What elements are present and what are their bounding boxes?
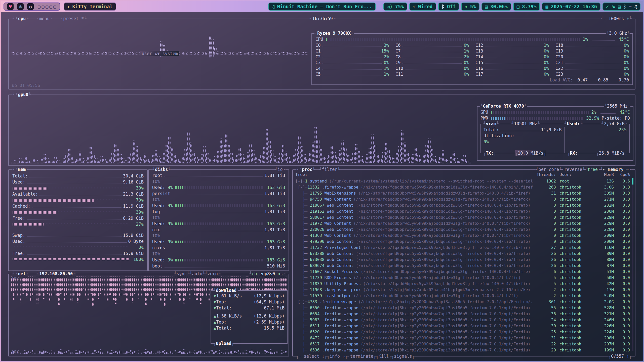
- network-options[interactable]: ┘sync└┘auto└┘zero└: [174, 271, 221, 277]
- tray-icon[interactable]: ᛒ: [623, 4, 626, 9]
- sort-column-selector[interactable]: ← memory →: [603, 167, 628, 172]
- interface-selector[interactable]: ┘←b enp8s0 n→└: [249, 271, 286, 277]
- music-player-widget[interactable]: ♫ Minuit Machine – Don't Run Fro...: [268, 3, 376, 11]
- process-row[interactable]: ├─ 6517 .ferdium-wrappe (/nix/store/a1pj…: [295, 341, 630, 347]
- status-chip-8-79-[interactable]: ◫8.79%: [513, 3, 540, 11]
- footer-action-terminate[interactable]: ┐terminate┌: [348, 354, 376, 359]
- process-row[interactable]: ├─ 11795 WebExtensions (/nix/store/fqadd…: [295, 190, 630, 196]
- status-chip-30-06-[interactable]: ▤30.06%: [481, 3, 511, 11]
- process-row[interactable]: ├─ 11839 Utility Process (/nix/store/fqa…: [295, 281, 630, 287]
- window-icon[interactable]: ▢: [42, 4, 44, 9]
- net-option-sync[interactable]: sync: [177, 271, 187, 276]
- process-row[interactable]: [-]─11532 .firefox-wrappe (/nix/store/fq…: [295, 184, 630, 190]
- footer-action---select--[interactable]: ┐↑ select ↓┌: [296, 354, 327, 359]
- graph-column: [260, 54, 263, 55]
- process-row[interactable]: ├─ 6511 .ferdium-wrappe (/nix/store/a1pj…: [295, 323, 630, 329]
- graph-column: [162, 351, 164, 354]
- update-interval-control[interactable]: ┘- 1000ms +└: [600, 16, 632, 22]
- process-row[interactable]: ├─ 5983 .ferdium-wrappe (/nix/store/a1pj…: [295, 317, 630, 323]
- window-icon[interactable]: ▢: [46, 4, 48, 9]
- graph-column: [233, 54, 235, 55]
- process-row[interactable]: ├─ 6350 .ferdium-wrappe (/nix/store/a1pj…: [295, 305, 630, 311]
- process-row[interactable]: ├─ 41363 Web Content (/nix/store/fqadd0b…: [295, 232, 630, 238]
- memory-panel-title[interactable]: ┘²mem└: [12, 166, 28, 172]
- process-row[interactable]: ├─ 11732 Privileged Cont (/nix/store/fqa…: [295, 244, 630, 250]
- disk-io-row: IO%: [152, 178, 285, 185]
- process-row[interactable]: ├─ 673038 Web Content (/nix/store/fqadd0…: [295, 256, 630, 262]
- status-chip-off[interactable]: ᛒOff: [438, 3, 459, 11]
- status-chip-wired[interactable]: ⚡Wired: [409, 3, 436, 11]
- process-row[interactable]: └─ 11539 crashhelper (/nix/store/fqadd0b…: [295, 293, 630, 299]
- tray-icon[interactable]: ✓: [606, 4, 609, 9]
- process-row[interactable]: ├─ 11968 .keepassxc-prox (/nix/store/bsl…: [295, 287, 630, 293]
- process-scrollbar[interactable]: [632, 178, 633, 351]
- net-option-zero[interactable]: zero: [208, 271, 218, 276]
- leader-dots: [322, 46, 382, 47]
- cpu-panel-title[interactable]: ┘¹cpu└: [12, 16, 28, 22]
- header-cpu[interactable]: Cpu%: [614, 172, 630, 177]
- system-tray[interactable]: ✓∿▤ᛒ⌨♫: [602, 3, 640, 11]
- disks-panel-title[interactable]: ┘disks└: [152, 166, 171, 172]
- leader-dots: [402, 46, 462, 47]
- process-row[interactable]: [-]─4783 .ferdium-wrappe (/nix/store/a1p…: [295, 299, 630, 305]
- graph-column: [225, 133, 227, 163]
- scrollbar-thumb[interactable]: [632, 178, 633, 185]
- process-row[interactable]: ├─ 11972 Web Content (/nix/store/fqadd0b…: [295, 220, 630, 226]
- status-chip-75-[interactable]: ◁)75%: [383, 3, 407, 11]
- process-panel-title[interactable]: ┘⁴proc└: [296, 166, 315, 172]
- footer-action-signals[interactable]: ┐signals┌: [391, 354, 415, 359]
- core-name: C10: [395, 66, 403, 71]
- graph-column: [79, 276, 81, 298]
- window-icon[interactable]: ▢: [38, 4, 41, 9]
- proc-option-reverse[interactable]: reverse: [564, 167, 582, 172]
- gpu-panel-title[interactable]: ┘⁵gpu0└: [12, 92, 31, 98]
- filter-button[interactable]: ┘filter└: [319, 166, 340, 172]
- header-memb[interactable]: MemB: [591, 172, 614, 177]
- footer-action-kill[interactable]: ┐Kill┌: [376, 354, 391, 359]
- graph-column: [51, 350, 53, 354]
- process-row[interactable]: ├─ 11607 Socket Process (/nix/store/fqad…: [295, 268, 630, 275]
- process-row[interactable]: ├─ 218067 Web Content (/nix/store/fqadd0…: [295, 202, 630, 208]
- heart-icon[interactable]: ♥: [7, 3, 14, 10]
- proc-option-per-core[interactable]: per-core: [538, 167, 559, 172]
- graph-column: [152, 155, 154, 163]
- process-command-cell: [-]─1 systemd (/run/current-system/syste…: [295, 179, 533, 184]
- graph-column: [170, 351, 172, 354]
- process-row[interactable]: ├─ 94753 Web Content (/nix/store/fqadd0b…: [295, 196, 630, 202]
- terminal-app-button[interactable]: ᴥ Kitty Terminal: [64, 3, 116, 11]
- process-row[interactable]: ├─ 6520 .ferdium-wrappe (/nix/store/a1pj…: [295, 329, 630, 335]
- header-threads[interactable]: Threads:: [533, 172, 556, 177]
- process-row[interactable]: ├─ 220028 Web Content (/nix/store/fqadd0…: [295, 226, 630, 232]
- tray-icon[interactable]: ⌨: [629, 4, 631, 9]
- process-row[interactable]: ├─ 580017 Web Content (/nix/store/fqadd0…: [295, 214, 630, 220]
- status-chip-2025-07-22-16-36[interactable]: ▦2025-07-22 16:36: [542, 3, 600, 11]
- process-row[interactable]: ├─ 6536 .ferdium-wrappe (/nix/store/a1pj…: [295, 347, 630, 352]
- process-row[interactable]: [-]─1 systemd (/run/current-system/syste…: [295, 178, 630, 184]
- tray-icon[interactable]: ▤: [618, 4, 621, 9]
- window-icon[interactable]: ▢: [53, 4, 56, 9]
- proc-option-tree[interactable]: tree: [587, 167, 598, 172]
- tray-icon[interactable]: ♫: [634, 4, 637, 9]
- restart-icon[interactable]: ↻: [27, 3, 34, 10]
- mem-stat-value: 30,4 GiB: [123, 173, 144, 178]
- header-user[interactable]: User:: [556, 172, 591, 177]
- process-row[interactable]: ├─ 689674 Web Content (/nix/store/fqadd0…: [295, 262, 630, 268]
- process-row[interactable]: ├─ 219152 Web Content (/nix/store/fqadd0…: [295, 208, 630, 214]
- status-chip-5-[interactable]: ❧5%: [461, 3, 479, 11]
- tray-icon[interactable]: ∿: [611, 4, 615, 9]
- process-row[interactable]: ├─ 6654 .ferdium-wrappe (/nix/store/a1pj…: [295, 311, 630, 317]
- menu-button[interactable]: ┘menu└: [36, 16, 52, 22]
- window-icon[interactable]: ▢: [49, 4, 52, 9]
- process-row[interactable]: ├─ 479390 Web Content (/nix/store/fqadd0…: [295, 238, 630, 244]
- preset-button[interactable]: ┘preset *└: [60, 16, 87, 22]
- io-mode-toggle[interactable]: ┘io└: [275, 166, 286, 172]
- nixos-icon[interactable]: ❄: [17, 3, 24, 10]
- graph-column: [122, 158, 125, 163]
- process-row[interactable]: ├─ 673288 Web Content (/nix/store/fqadd0…: [295, 250, 630, 256]
- process-row[interactable]: ├─ 11739 RDD Process (/nix/store/fqadd0b…: [295, 275, 630, 281]
- graph-column: [159, 352, 162, 354]
- net-option-auto[interactable]: auto: [192, 271, 202, 276]
- process-row[interactable]: ├─ 6472 .ferdium-wrappe (/nix/store/a1pj…: [295, 335, 630, 341]
- network-panel-title[interactable]: ┘³net└: [12, 271, 28, 277]
- footer-action-info--[interactable]: ┐info ↵┌: [327, 354, 348, 359]
